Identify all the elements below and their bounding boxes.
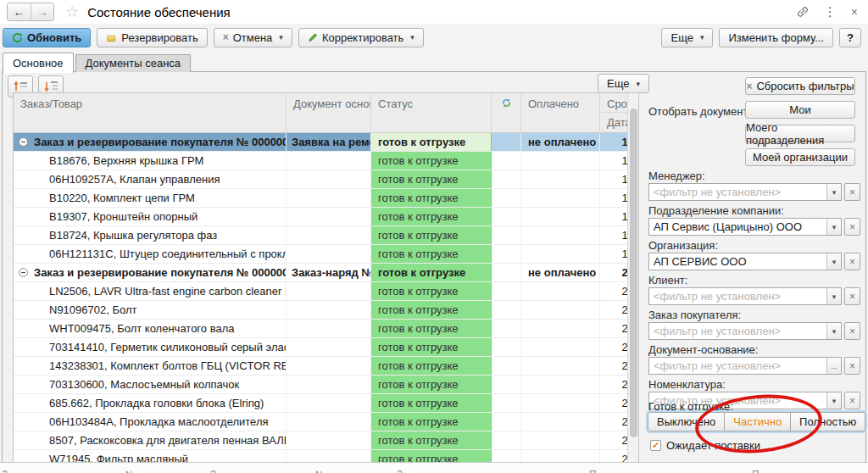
- clear-button[interactable]: ×: [844, 253, 860, 270]
- tab-main[interactable]: Основное: [3, 53, 74, 73]
- table-row[interactable]: B18676, Верхняя крышка ГРМготов к отгруз…: [14, 152, 638, 170]
- chevron-down-icon: ▾: [410, 33, 415, 42]
- back-button[interactable]: ←: [8, 3, 31, 20]
- vertical-scrollbar[interactable]: [627, 93, 638, 462]
- clear-button[interactable]: ×: [844, 287, 860, 305]
- dropdown-button[interactable]: ▾: [826, 392, 841, 409]
- order-item-name-cell: LN2506, LAVR Ultra-fast engine carbon cl…: [14, 282, 287, 300]
- base-document-cell: [287, 413, 371, 431]
- table-row[interactable]: 685.662, Прокладка головки блока (Elring…: [14, 394, 638, 413]
- dropdown-button[interactable]: ▾: [826, 288, 841, 304]
- sync-cell: [492, 208, 521, 225]
- get-link-icon[interactable]: [796, 5, 810, 19]
- scrollbar-thumb[interactable]: [630, 109, 637, 437]
- forward-button[interactable]: →: [31, 3, 53, 20]
- column-header-paid[interactable]: Оплачено: [521, 93, 600, 132]
- dropdown-button[interactable]: ▾: [826, 253, 841, 270]
- more-button[interactable]: Еще ▾: [661, 28, 713, 47]
- cancel-button[interactable]: × Отмена ▾: [214, 28, 292, 47]
- ready-off-button[interactable]: Выключено: [648, 412, 725, 431]
- filter-my-organization-button[interactable]: Моей организации: [745, 148, 855, 166]
- dropdown-button[interactable]: ▾: [826, 219, 841, 235]
- base-document-cell: [287, 170, 371, 188]
- table-row[interactable]: 06H103484A, Прокладка маслоотделителягот…: [14, 413, 638, 431]
- status-cell: готов к отгрузке: [371, 394, 492, 412]
- column-header-order[interactable]: Заказ/Товар: [14, 93, 287, 132]
- column-header-doc[interactable]: Документ основание: [287, 93, 371, 132]
- table-row[interactable]: B18724, Крышка регулятора фазготов к отг…: [14, 226, 638, 245]
- sync-cell: [492, 450, 521, 463]
- help-button[interactable]: ?: [839, 28, 861, 47]
- supply-status-table: Заказ/Товар Документ основание Статус Оп…: [13, 92, 639, 463]
- refresh-button[interactable]: Обновить: [3, 28, 91, 47]
- status-cell: готов к отгрузке: [371, 226, 492, 244]
- table-row[interactable]: WHT009475, Болт коленчатого валаготов к …: [14, 320, 638, 338]
- status-cell: готов к отгрузке: [371, 264, 492, 281]
- dropdown-button[interactable]: ▾: [826, 323, 841, 339]
- sync-cell: [492, 320, 521, 337]
- filter-field-client[interactable]: <фильтр не установлен>▾: [648, 287, 842, 305]
- table-row[interactable]: 8507, Раскоксовка для двигателя пенная В…: [14, 431, 638, 450]
- collapse-expander-icon[interactable]: [19, 268, 28, 277]
- filter-field-manager[interactable]: <фильтр не установлен>▾: [648, 183, 842, 201]
- clear-button[interactable]: ×: [844, 218, 860, 236]
- paid-cell: [521, 413, 600, 431]
- table-header: Заказ/Товар Документ основание Статус Оп…: [14, 93, 638, 133]
- favorite-star-icon[interactable]: ☆: [65, 3, 79, 21]
- ready-full-button[interactable]: Полностью: [791, 412, 865, 431]
- table-row[interactable]: 143238301, Комплект болтов ГБЦ (VICTOR R…: [14, 357, 638, 376]
- table-row[interactable]: 703130600, Маслосъемный колпачокготов к …: [14, 376, 638, 394]
- paid-cell: [521, 245, 600, 263]
- status-cell: готов к отгрузке: [371, 245, 492, 263]
- status-cell: готов к отгрузке: [371, 152, 492, 170]
- order-item-name-cell: 685.662, Прокладка головки блока (Elring…: [14, 394, 287, 412]
- table-row[interactable]: 06H109257A, Клапан управленияготов к отг…: [14, 170, 638, 189]
- base-document-cell: [287, 450, 371, 463]
- dropdown-button[interactable]: ▾: [826, 184, 841, 200]
- table-row[interactable]: B19307, Кронштейн опорныйготов к отгрузк…: [14, 208, 638, 226]
- table-row[interactable]: N91096702, Болтготов к отгрузке23: [14, 301, 638, 320]
- main-toolbar: Обновить Резервировать × Отмена ▾ Коррек…: [0, 24, 868, 51]
- base-document-cell: [287, 226, 371, 244]
- base-document-cell: [287, 245, 371, 263]
- order-item-name-cell: 06H121131C, Штуцер соединительный с прок…: [14, 245, 287, 263]
- table-row[interactable]: 06H121131C, Штуцер соединительный с прок…: [14, 245, 638, 264]
- correct-button[interactable]: Корректировать ▾: [298, 28, 424, 47]
- reset-filters-button[interactable]: × Сбросить фильтры: [745, 77, 855, 95]
- filter-field-organization[interactable]: АП СЕРВИС ООО▾: [648, 253, 842, 270]
- ready-partial-button[interactable]: Частично: [725, 412, 791, 431]
- collapse-expander-icon[interactable]: [19, 137, 28, 147]
- column-header-status[interactable]: Статус: [371, 93, 492, 132]
- clipped-footer-text: №: [125, 469, 136, 473]
- filter-field-base-document[interactable]: <фильтр не установлен>...: [648, 357, 842, 375]
- select-documents-label: Отобрать документы:: [648, 105, 759, 118]
- column-header-sync[interactable]: [492, 93, 521, 132]
- table-row[interactable]: W71945, Фильтр масляныйготов к отгрузке2…: [14, 450, 638, 463]
- paid-cell: [521, 301, 600, 319]
- table-row[interactable]: 703141410, Герметик силиконовый серый эл…: [14, 338, 638, 357]
- change-form-button[interactable]: Изменить форму...: [719, 28, 833, 47]
- ellipsis-button[interactable]: ...: [826, 358, 841, 374]
- clear-button[interactable]: ×: [844, 357, 860, 375]
- filter-field-customer-order[interactable]: <фильтр не установлен>▾: [648, 322, 842, 340]
- grid-more-button[interactable]: Еще ▾: [598, 74, 649, 93]
- tab-session-documents[interactable]: Документы сеанса: [75, 54, 192, 72]
- clear-button[interactable]: ×: [844, 392, 860, 409]
- table-row[interactable]: B10220, Комплект цепи ГРМготов к отгрузк…: [14, 189, 638, 208]
- clear-x-icon: ×: [746, 81, 752, 92]
- clear-button[interactable]: ×: [844, 183, 860, 201]
- filter-field-company-department[interactable]: АП Сервис (Царицыно) ООО▾: [648, 218, 842, 236]
- filter-my-button[interactable]: Мои: [745, 101, 855, 119]
- status-cell: готов к отгрузке: [371, 431, 492, 449]
- base-document-cell: Заказ-наряд №Ц...: [287, 264, 371, 281]
- table-row[interactable]: LN2506, LAVR Ultra-fast engine carbon cl…: [14, 282, 638, 301]
- reserve-button[interactable]: Резервировать: [97, 28, 207, 47]
- order-item-name-cell: 06H109257A, Клапан управления: [14, 170, 287, 188]
- table-row[interactable]: Заказ и резервирование покупателя № 0000…: [14, 133, 638, 152]
- filter-my-department-button[interactable]: Моего подразделения: [745, 125, 855, 142]
- awaits-supply-checkbox[interactable]: ✓: [650, 440, 661, 451]
- table-row[interactable]: Заказ и резервирование покупателя № 0000…: [14, 264, 638, 282]
- window-close-icon[interactable]: ×: [851, 5, 858, 19]
- clear-button[interactable]: ×: [844, 322, 860, 340]
- window-menu-icon[interactable]: ⋮: [824, 4, 837, 19]
